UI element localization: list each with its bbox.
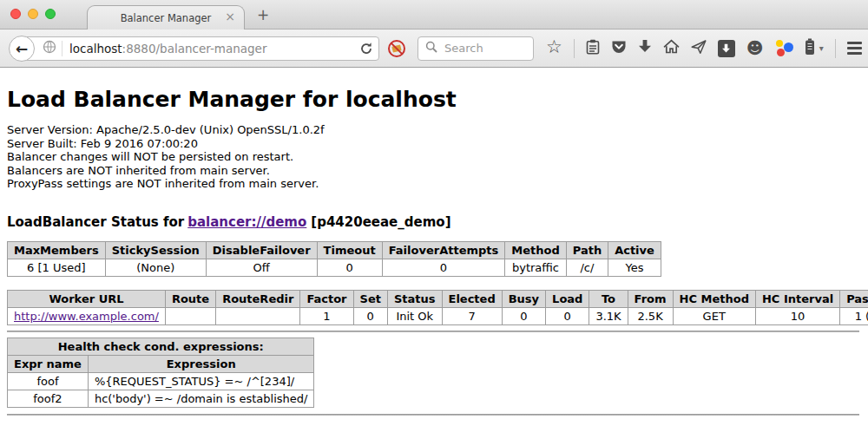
cell-expr-name: foof2 [8, 390, 89, 407]
cell-stickysession: (None) [105, 259, 206, 276]
navigation-toolbar: ← localhost:8880/balancer-manager ☆ [0, 29, 868, 68]
url-text[interactable]: localhost:8880/balancer-manager [69, 42, 356, 56]
col-status: Status [387, 290, 442, 307]
cell-factor: 1 [300, 307, 353, 324]
home-icon[interactable] [663, 39, 680, 57]
yellow-ball [776, 40, 783, 47]
col-routeredir: RouteRedir [216, 290, 300, 307]
persist-note-line: Balancer changes will NOT be persisted o… [7, 150, 859, 164]
col-method: Method [505, 241, 566, 259]
downloadhelper-icon[interactable] [775, 40, 793, 57]
col-to: To [589, 290, 628, 307]
cell-busy: 0 [502, 307, 545, 324]
emoji-addon-icon[interactable]: ☻ [746, 40, 764, 56]
cell-failoverattempts: 0 [382, 259, 505, 276]
worker-data-row: http://www.example.com/ 1 0 Init Ok 7 0 … [8, 307, 868, 324]
url-domain: localhost [69, 42, 122, 56]
inherit-note-line: Balancers are NOT inherited from main se… [7, 164, 859, 178]
new-tab-button[interactable]: + [257, 6, 269, 23]
bookmark-star-icon[interactable]: ☆ [546, 38, 562, 56]
cell-passes: 1 (0) [840, 307, 868, 324]
health-data-row: foof %{REQUEST_STATUS} =~ /^[234]/ [8, 372, 314, 390]
urlbar-divider [62, 41, 62, 56]
back-arrow-icon: ← [16, 40, 28, 57]
cell-expr-name: foof [8, 372, 89, 390]
close-tab-icon[interactable]: × [225, 10, 235, 23]
site-identity-globe-icon[interactable] [43, 40, 56, 57]
health-header-row: Expr name Expression [8, 355, 314, 372]
col-hc-interval: HC Interval [755, 290, 839, 307]
reload-icon[interactable] [359, 42, 373, 56]
clipboard-icon[interactable] [586, 39, 600, 58]
cell-routeredir [216, 307, 300, 324]
cell-hc-method: GET [673, 307, 755, 324]
menu-icon[interactable] [847, 42, 862, 55]
balancer-data-row: 6 [1 Used] (None) Off 0 0 bytraffic /c/ … [8, 259, 661, 276]
cell-hc-interval: 10 [755, 307, 839, 324]
cell-elected: 7 [442, 307, 502, 324]
minimize-window-button[interactable] [28, 9, 38, 19]
page-title: Load Balancer Manager for localhost [7, 87, 859, 112]
cell-timeout: 0 [317, 259, 382, 276]
col-passes: Passes [840, 290, 868, 307]
col-path: Path [566, 241, 608, 259]
toolbar-divider [835, 39, 836, 58]
url-path: :8880/balancer-manager [122, 42, 267, 56]
cell-to: 3.1K [589, 307, 628, 324]
share-plane-icon[interactable] [691, 39, 707, 58]
health-title-row: Health check cond. expressions: [8, 338, 314, 355]
server-built-line: Server Built: Feb 9 2016 07:00:20 [7, 137, 859, 151]
search-input[interactable] [443, 41, 526, 56]
balancer-table: MaxMembers StickySession DisableFailover… [7, 241, 661, 277]
health-table-title: Health check cond. expressions: [8, 338, 314, 355]
col-elected: Elected [442, 290, 502, 307]
section-divider [7, 331, 859, 332]
col-timeout: Timeout [317, 241, 382, 259]
downloads-icon[interactable] [638, 39, 652, 57]
col-failoverattempts: FailoverAttempts [382, 241, 505, 259]
pocket-icon[interactable] [611, 39, 627, 58]
cell-method: bytraffic [505, 259, 566, 276]
cell-maxmembers: 6 [1 Used] [8, 259, 106, 276]
cell-route [165, 307, 215, 324]
col-expr-name: Expr name [8, 355, 89, 372]
col-load: Load [546, 290, 589, 307]
cell-load: 0 [546, 307, 589, 324]
cell-expression: hc('body') =~ /domain is established/ [88, 390, 314, 407]
status-prefix: LoadBalancer Status for [7, 214, 184, 230]
health-data-row: foof2 hc('body') =~ /domain is establish… [8, 390, 314, 407]
health-check-table: Health check cond. expressions: Expr nam… [7, 338, 314, 408]
red-ball [777, 49, 785, 56]
search-bar[interactable] [418, 36, 534, 61]
col-active: Active [608, 241, 661, 259]
search-icon [425, 40, 437, 56]
addon-dropdown-caret-icon[interactable]: ▾ [819, 43, 824, 53]
loadbalancer-status-heading: LoadBalancer Status forbalancer://demo[p… [7, 214, 859, 230]
cell-from: 2.5K [628, 307, 673, 324]
balancer-link[interactable]: balancer://demo [187, 214, 306, 230]
cell-set: 0 [353, 307, 387, 324]
back-button[interactable]: ← [9, 36, 35, 62]
titlebar: Balancer Manager × + [0, 0, 868, 29]
addon-download-icon[interactable] [718, 40, 735, 57]
balancer-header-row: MaxMembers StickySession DisableFailover… [8, 241, 661, 259]
status-suffix: [p4420eeae_demo] [311, 214, 450, 230]
battery-addon-icon[interactable] [805, 38, 815, 59]
browser-window: Balancer Manager × + ← localhost:8880/ba… [0, 0, 868, 416]
tab-balancer-manager[interactable]: Balancer Manager × [87, 5, 245, 29]
page-bottom-divider [7, 414, 859, 416]
worker-url-link[interactable]: http://www.example.com/ [14, 310, 159, 323]
toolbar-divider [574, 39, 575, 58]
col-disablefailover: DisableFailover [206, 241, 317, 259]
col-route: Route [165, 290, 215, 307]
flashblock-icon[interactable] [387, 39, 406, 58]
cell-worker-url: http://www.example.com/ [8, 307, 166, 324]
cell-status: Init Ok [387, 307, 442, 324]
url-bar[interactable]: localhost:8880/balancer-manager [21, 36, 379, 61]
close-window-button[interactable] [10, 9, 21, 19]
cell-active: Yes [608, 259, 661, 276]
zoom-window-button[interactable] [45, 9, 56, 19]
page-content: Load Balancer Manager for localhost Serv… [0, 68, 868, 416]
tab-title: Balancer Manager [121, 12, 212, 24]
col-maxmembers: MaxMembers [8, 241, 106, 259]
